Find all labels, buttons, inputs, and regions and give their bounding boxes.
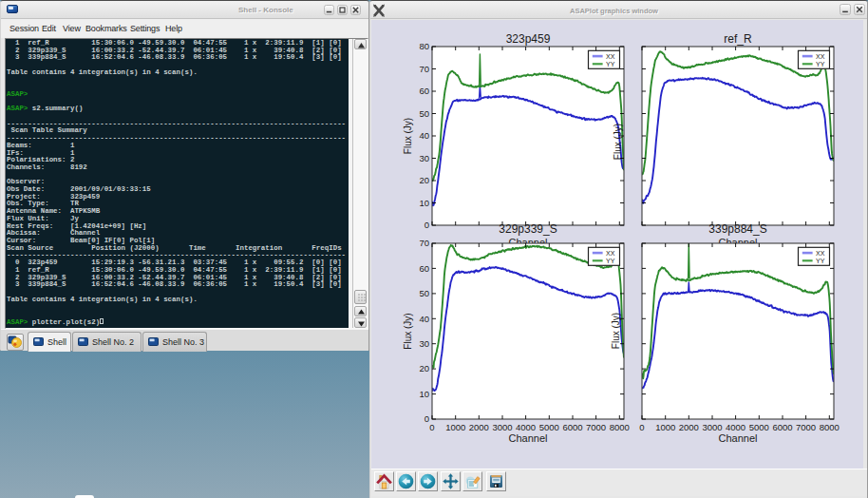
svg-text:XX: XX (816, 250, 825, 257)
svg-text:YY: YY (606, 258, 615, 264)
svg-text:0: 0 (425, 220, 429, 230)
svg-text:YY: YY (816, 61, 825, 67)
svg-text:XX: XX (606, 250, 615, 257)
svg-text:0: 0 (425, 413, 429, 424)
svg-text:70: 70 (419, 238, 429, 248)
svg-text:YY: YY (816, 258, 825, 264)
svg-text:7000: 7000 (796, 422, 816, 432)
svg-text:50: 50 (419, 108, 429, 119)
svg-text:20: 20 (419, 175, 429, 185)
svg-text:6000: 6000 (772, 422, 792, 432)
svg-text:1000: 1000 (655, 422, 675, 432)
svg-text:50: 50 (419, 288, 429, 298)
svg-text:5000: 5000 (749, 422, 769, 432)
svg-text:0: 0 (429, 422, 434, 432)
svg-text:70: 70 (419, 64, 429, 74)
svg-text:30: 30 (419, 153, 429, 163)
svg-text:5000: 5000 (539, 422, 559, 432)
svg-text:Flux (Jy): Flux (Jy) (613, 124, 623, 160)
svg-text:323p459: 323p459 (506, 32, 551, 46)
svg-text:329p339_S: 329p339_S (499, 222, 557, 236)
svg-text:40: 40 (419, 130, 429, 141)
svg-text:339p884_S: 339p884_S (708, 222, 766, 236)
svg-text:XX: XX (816, 53, 825, 60)
svg-text:YY: YY (606, 61, 615, 67)
svg-text:60: 60 (419, 86, 429, 96)
svg-text:2000: 2000 (679, 422, 699, 432)
svg-text:6000: 6000 (562, 422, 582, 432)
svg-text:60: 60 (419, 263, 429, 274)
svg-text:3000: 3000 (492, 422, 512, 432)
svg-text:10: 10 (419, 389, 429, 399)
svg-text:Flux (Jy): Flux (Jy) (403, 118, 413, 154)
svg-text:4000: 4000 (726, 422, 745, 432)
svg-text:Channel: Channel (509, 432, 548, 444)
svg-text:XX: XX (606, 53, 615, 60)
svg-text:3000: 3000 (702, 422, 722, 432)
svg-text:30: 30 (419, 338, 429, 349)
svg-text:Flux (Jy): Flux (Jy) (403, 313, 413, 349)
svg-text:80: 80 (419, 41, 429, 51)
svg-text:10: 10 (419, 198, 429, 208)
svg-text:1000: 1000 (445, 422, 465, 432)
svg-text:40: 40 (419, 314, 429, 324)
svg-text:8000: 8000 (610, 422, 630, 432)
svg-text:7000: 7000 (586, 422, 606, 432)
svg-text:8000: 8000 (820, 422, 840, 432)
svg-text:ref_R: ref_R (724, 32, 752, 46)
svg-text:Flux (Jy): Flux (Jy) (611, 313, 621, 349)
svg-text:20: 20 (419, 363, 429, 374)
svg-text:0: 0 (639, 422, 644, 432)
svg-text:Channel: Channel (719, 432, 758, 444)
svg-text:2000: 2000 (469, 422, 489, 432)
svg-text:4000: 4000 (516, 422, 536, 432)
